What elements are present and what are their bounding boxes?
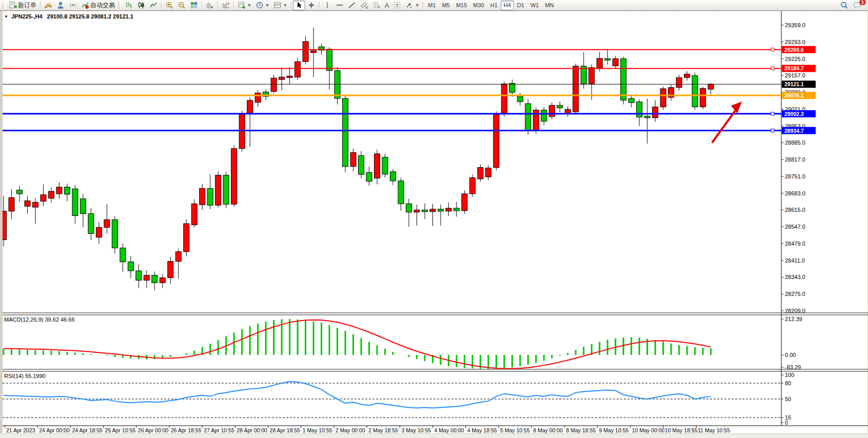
horizontal-line-button[interactable] [333,1,346,10]
svg-text:10 May 18:55: 10 May 18:55 [665,427,698,433]
svg-text:28683.0: 28683.0 [785,190,805,196]
svg-text:28479.0: 28479.0 [785,241,805,247]
svg-text:5 May 10:55: 5 May 10:55 [500,427,530,433]
chart-type-group [123,0,160,11]
separator [161,2,162,9]
indicators-icon [238,1,246,9]
toolbar: 新订单 自动交易 ▼ ▼ ▼ [0,0,868,11]
svg-text:10 May 00:00: 10 May 00:00 [632,427,665,433]
text-label-button[interactable]: T [391,1,403,10]
horizontal-line-28934.7[interactable] [3,129,781,132]
svg-text:212.39: 212.39 [785,316,802,322]
zoom-out-button[interactable] [175,1,188,10]
text-label-icon: T [393,1,401,9]
svg-text:26 Apr 00:00: 26 Apr 00:00 [138,427,169,433]
symbol-title[interactable]: ▼ JPN225-,H4 29100.8 29125.8 29081.2 291… [4,13,133,19]
chart-shift-button[interactable] [220,1,232,10]
svg-text:28817.0: 28817.0 [785,156,805,163]
candles-chart-button[interactable] [135,1,147,10]
auto-scroll-button[interactable] [204,1,216,10]
timeframe-h1[interactable]: H1 [487,1,501,10]
chart-canvas[interactable]: 29359.029293.029225.029157.029089.029021… [3,11,868,434]
timeframe-d1[interactable]: D1 [514,1,527,10]
cursor-button[interactable] [293,1,305,10]
crosshair-button[interactable] [305,1,318,10]
profile-button[interactable] [54,1,67,10]
svg-text:28615.0: 28615.0 [785,207,805,213]
vertical-line-icon [323,1,331,9]
horizontal-line-29184.7[interactable] [3,67,781,70]
auto-trading-button[interactable]: 自动交易 [79,1,117,10]
svg-text:3 May 10:55: 3 May 10:55 [401,427,431,433]
bars-chart-button[interactable] [123,1,135,10]
svg-text:F: F [378,6,380,9]
chevron-down-icon: ▼ [265,3,269,8]
timeframe-w1[interactable]: W1 [527,1,542,10]
line-chart-button[interactable] [147,1,160,10]
tile-windows-button[interactable] [188,1,200,10]
date-axis[interactable]: 21 Apr 202324 Apr 00:0024 Apr 18:5525 Ap… [5,426,730,433]
timeframe-m5[interactable]: M5 [439,1,453,10]
svg-text:28275.0: 28275.0 [785,291,805,297]
periods-button[interactable]: ▼ [253,1,271,10]
templates-button[interactable]: ▼ [271,1,289,10]
auto-trading-label: 自动交易 [90,1,115,10]
indicators-button[interactable]: ▼ [235,1,253,10]
auto-trading-icon [81,1,89,9]
collapse-triangle-icon[interactable]: ▼ [4,14,8,19]
vertical-line-button[interactable] [321,1,333,10]
svg-text:29184.7: 29184.7 [784,65,804,71]
channel-button[interactable]: E [358,1,370,10]
signals-button[interactable] [67,1,79,10]
svg-text:21 Apr 2023: 21 Apr 2023 [6,427,35,433]
pointer-group [293,0,318,11]
timeframe-h4[interactable]: H4 [501,1,514,10]
symbol-name: JPN225-,H4 [11,13,43,19]
separator [423,2,423,9]
svg-text:4 May 00:00: 4 May 00:00 [435,427,464,433]
horizontal-line-29260.6[interactable] [3,48,781,51]
new-chart-icon [44,1,52,9]
arrow-annotation[interactable] [712,102,742,143]
svg-text:27 Apr 10:55: 27 Apr 10:55 [204,427,234,433]
timeframe-m1[interactable]: M1 [425,1,439,10]
timeframe-m30[interactable]: M30 [470,1,487,10]
trade-group: 新订单 自动交易 [7,0,117,11]
arrows-button[interactable]: ▼ [403,1,421,10]
svg-text:8 May 18:55: 8 May 18:55 [566,427,596,433]
svg-text:24 Apr 18:55: 24 Apr 18:55 [72,427,103,433]
toolbar-grip[interactable] [3,2,5,9]
rsi-axis[interactable]: 1008050150 [781,372,794,426]
chevron-down-icon: ▼ [415,3,419,8]
svg-text:0.00: 0.00 [785,352,796,358]
rsi-indicator-label: RSI(14) 55.1990 [4,373,46,379]
new-chart-button[interactable] [42,1,54,10]
timeframe-mn[interactable]: MN [542,1,557,10]
fibonacci-button[interactable]: F [370,1,383,10]
new-order-icon [9,1,17,9]
horizontal-line-icon [336,1,344,9]
zoom-in-icon [165,1,173,9]
search-button[interactable] [838,1,851,10]
macd-axis[interactable]: 212.390.00-83.29 [781,316,802,370]
toolbar-grip[interactable] [119,2,121,9]
periods-icon [255,1,264,9]
zoom-in-button[interactable] [163,1,175,10]
trendline-button[interactable] [346,1,358,10]
chevron-down-icon: ▼ [247,3,251,8]
scroll-group [204,0,232,11]
svg-text:11 May 10:55: 11 May 10:55 [698,427,730,433]
chat-button[interactable]: 1 [851,1,864,10]
fibonacci-icon: F [372,1,381,9]
svg-text:29293.0: 29293.0 [785,39,805,45]
signals-icon [69,1,77,9]
pane-separators[interactable] [3,11,868,426]
macd-indicator-label: MACD(12,26,9) 39.62 46.66 [4,316,75,323]
svg-text:80: 80 [785,380,791,386]
new-order-button[interactable]: 新订单 [7,1,38,10]
svg-text:8 May 00:00: 8 May 00:00 [533,427,563,433]
text-button[interactable]: A [383,1,391,10]
horizontal-line-29002.3[interactable] [3,112,781,115]
trendline-icon [348,1,356,9]
timeframe-m15[interactable]: M15 [453,1,470,10]
